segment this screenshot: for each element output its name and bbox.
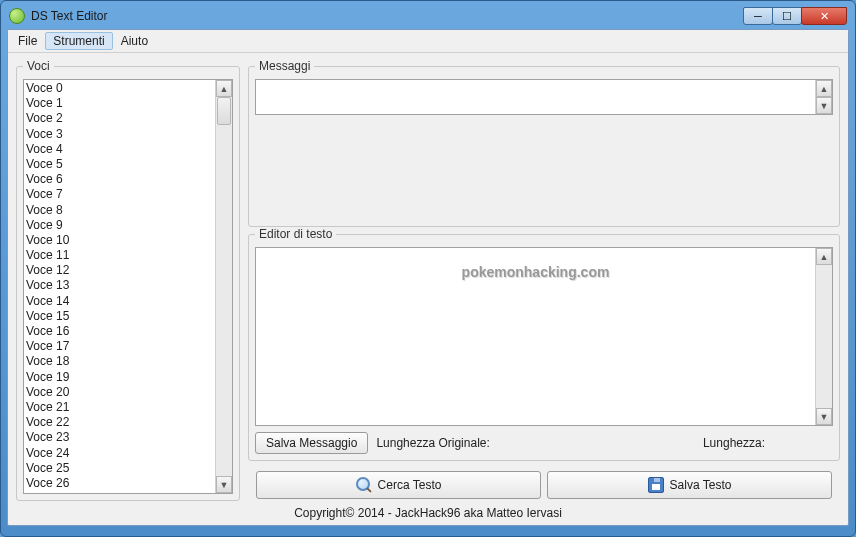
voci-group-label: Voci	[23, 59, 54, 73]
lunghezza-label: Lunghezza:	[703, 436, 765, 450]
scroll-up-icon[interactable]: ▲	[216, 80, 232, 97]
list-item[interactable]: Voce 16	[26, 324, 213, 339]
salva-testo-button[interactable]: Salva Testo	[547, 471, 832, 499]
save-icon	[648, 477, 664, 493]
list-item[interactable]: Voce 14	[26, 294, 213, 309]
scroll-down-icon[interactable]: ▼	[816, 97, 832, 114]
list-item[interactable]: Voce 23	[26, 430, 213, 445]
list-item[interactable]: Voce 20	[26, 385, 213, 400]
scroll-down-icon[interactable]: ▼	[816, 408, 832, 425]
list-item[interactable]: Voce 24	[26, 446, 213, 461]
list-item[interactable]: Voce 8	[26, 203, 213, 218]
list-item[interactable]: Voce 15	[26, 309, 213, 324]
messaggi-scrollbar[interactable]: ▲ ▼	[815, 80, 832, 114]
titlebar[interactable]: DS Text Editor ─ ☐ ✕	[7, 7, 849, 29]
list-item[interactable]: Voce 0	[26, 81, 213, 96]
salva-messaggio-button[interactable]: Salva Messaggio	[255, 432, 368, 454]
list-item[interactable]: Voce 13	[26, 278, 213, 293]
cerca-testo-button[interactable]: Cerca Testo	[256, 471, 541, 499]
list-item[interactable]: Voce 6	[26, 172, 213, 187]
list-item[interactable]: Voce 5	[26, 157, 213, 172]
list-item[interactable]: Voce 12	[26, 263, 213, 278]
list-item[interactable]: Voce 4	[26, 142, 213, 157]
scroll-up-icon[interactable]: ▲	[816, 248, 832, 265]
voci-listbox[interactable]: Voce 0Voce 1Voce 2Voce 3Voce 4Voce 5Voce…	[23, 79, 233, 494]
window-title: DS Text Editor	[31, 9, 744, 23]
menu-tools[interactable]: Strumenti	[45, 32, 112, 50]
list-item[interactable]: Voce 26	[26, 476, 213, 491]
window-frame: DS Text Editor ─ ☐ ✕ File Strumenti Aiut…	[0, 0, 856, 537]
maximize-button[interactable]: ☐	[772, 7, 802, 25]
minimize-button[interactable]: ─	[743, 7, 773, 25]
salva-testo-label: Salva Testo	[670, 478, 732, 492]
search-icon	[356, 477, 372, 493]
list-item[interactable]: Voce 9	[26, 218, 213, 233]
list-item[interactable]: Voce 22	[26, 415, 213, 430]
editor-textarea[interactable]: pokemonhacking.com ▲ ▼	[255, 247, 833, 426]
client-area: File Strumenti Aiuto Voci Voce 0Voce 1Vo…	[7, 29, 849, 526]
list-item[interactable]: Voce 10	[26, 233, 213, 248]
list-item[interactable]: Voce 19	[26, 370, 213, 385]
content: Voci Voce 0Voce 1Voce 2Voce 3Voce 4Voce …	[8, 53, 848, 503]
list-item[interactable]: Voce 18	[26, 354, 213, 369]
messaggi-group: Messaggi ▲ ▼	[248, 59, 840, 227]
list-item[interactable]: Voce 7	[26, 187, 213, 202]
voci-group: Voci Voce 0Voce 1Voce 2Voce 3Voce 4Voce …	[16, 59, 240, 501]
editor-group: Editor di testo pokemonhacking.com ▲ ▼	[248, 227, 840, 461]
cerca-testo-label: Cerca Testo	[378, 478, 442, 492]
close-button[interactable]: ✕	[801, 7, 847, 25]
scroll-down-icon[interactable]: ▼	[216, 476, 232, 493]
scroll-up-icon[interactable]: ▲	[816, 80, 832, 97]
list-item[interactable]: Voce 21	[26, 400, 213, 415]
messaggi-listbox[interactable]: ▲ ▼	[255, 79, 833, 115]
editor-scrollbar[interactable]: ▲ ▼	[815, 248, 832, 425]
messaggi-group-label: Messaggi	[255, 59, 314, 73]
editor-group-label: Editor di testo	[255, 227, 336, 241]
list-item[interactable]: Voce 17	[26, 339, 213, 354]
menubar: File Strumenti Aiuto	[8, 30, 848, 53]
list-item[interactable]: Voce 11	[26, 248, 213, 263]
list-item[interactable]: Voce 27	[26, 491, 213, 493]
voci-scrollbar[interactable]: ▲ ▼	[215, 80, 232, 493]
menu-help[interactable]: Aiuto	[113, 32, 156, 50]
list-item[interactable]: Voce 3	[26, 127, 213, 142]
salva-messaggio-label: Salva Messaggio	[266, 436, 357, 450]
list-item[interactable]: Voce 25	[26, 461, 213, 476]
footer-copyright: Copyright© 2014 - JackHack96 aka Matteo …	[8, 503, 848, 525]
list-item[interactable]: Voce 1	[26, 96, 213, 111]
app-icon	[9, 8, 25, 24]
lunghezza-originale-label: Lunghezza Originale:	[376, 436, 489, 450]
list-item[interactable]: Voce 2	[26, 111, 213, 126]
menu-file[interactable]: File	[10, 32, 45, 50]
scroll-thumb[interactable]	[217, 97, 231, 125]
